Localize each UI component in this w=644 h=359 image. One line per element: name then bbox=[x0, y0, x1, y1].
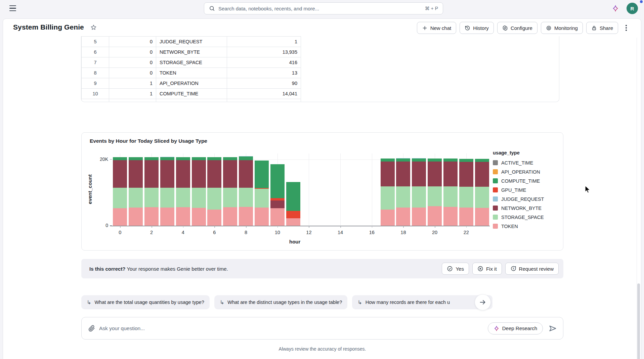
gridline-vertical bbox=[340, 153, 341, 226]
suggestion-chip[interactable]: ↳What are the distinct usage types in th… bbox=[214, 295, 347, 309]
bar-segment bbox=[239, 188, 253, 207]
question-input[interactable] bbox=[99, 325, 484, 331]
legend-label: API_OPERATION bbox=[501, 169, 540, 175]
x-tick-label: 18 bbox=[400, 230, 406, 235]
table-row[interactable]: 101COMPUTE_TIME14,041 bbox=[82, 89, 301, 99]
gear-icon bbox=[502, 25, 508, 31]
legend-items: ACTIVE_TIMEAPI_OPERATIONCOMPUTE_TIMEGPU_… bbox=[493, 158, 544, 231]
bar-segment bbox=[396, 208, 410, 226]
bar-segment bbox=[412, 186, 426, 208]
more-options-kebab-icon[interactable] bbox=[621, 22, 631, 34]
x-tick-mark bbox=[152, 226, 152, 228]
bar-segment bbox=[396, 158, 410, 159]
legend-item[interactable]: NETWORK_BYTE bbox=[493, 204, 544, 213]
bar-segment bbox=[144, 207, 159, 226]
table-cell: 1 bbox=[227, 37, 301, 47]
table-cell: 0 bbox=[109, 68, 156, 78]
chart-legend: usage_type ACTIVE_TIMEAPI_OPERATIONCOMPU… bbox=[493, 150, 544, 231]
hamburger-menu-icon[interactable] bbox=[9, 5, 16, 11]
bar-segment bbox=[160, 157, 174, 160]
configure-button[interactable]: Configure bbox=[497, 22, 538, 34]
bar-segment bbox=[459, 162, 473, 187]
legend-item[interactable]: TOKEN bbox=[493, 222, 544, 231]
page-title: System Billing Genie bbox=[13, 23, 84, 31]
share-button[interactable]: Share bbox=[586, 22, 618, 34]
x-tick-label: 16 bbox=[369, 230, 375, 235]
legend-item[interactable]: API_OPERATION bbox=[493, 167, 544, 176]
legend-item[interactable]: JUDGE_REQUEST bbox=[493, 194, 544, 204]
space-header: System Billing Genie New chat History Co… bbox=[3, 19, 641, 36]
send-button[interactable] bbox=[547, 323, 558, 334]
send-icon bbox=[548, 324, 557, 333]
x-tick-mark bbox=[435, 226, 435, 228]
table-row[interactable]: 111GPU_TIME24 bbox=[82, 99, 301, 102]
table-row[interactable]: 91API_OPERATION90 bbox=[82, 78, 301, 89]
bar-segment bbox=[286, 182, 300, 211]
x-tick-mark bbox=[372, 226, 373, 228]
bar-segment bbox=[270, 198, 285, 200]
bar-segment bbox=[113, 157, 127, 160]
bar-segment bbox=[428, 186, 442, 206]
bar-segment bbox=[459, 159, 473, 162]
query-result-card: 50JUDGE_REQUEST160NETWORK_BYTE13,93570ST… bbox=[81, 36, 559, 102]
suggestion-chip[interactable]: ↳How many records are there for each u bbox=[352, 295, 492, 309]
legend-swatch bbox=[493, 215, 498, 220]
avatar[interactable]: R bbox=[627, 3, 638, 14]
legend-item[interactable]: GPU_TIME bbox=[493, 185, 544, 194]
search-input[interactable] bbox=[218, 6, 422, 11]
next-suggestions-button[interactable] bbox=[475, 294, 491, 310]
table-cell: NETWORK_BYTE bbox=[156, 47, 227, 57]
question-composer: Deep Research bbox=[81, 317, 563, 340]
bar-segment bbox=[160, 160, 174, 188]
table-cell: 8 bbox=[82, 68, 109, 78]
legend-item[interactable]: COMPUTE_TIME bbox=[493, 176, 544, 185]
monitoring-button[interactable]: Monitoring bbox=[541, 22, 583, 34]
new-chat-button[interactable]: New chat bbox=[417, 22, 457, 34]
bar-segment bbox=[443, 207, 458, 226]
table-row[interactable]: 50JUDGE_REQUEST1 bbox=[82, 37, 301, 47]
history-button[interactable]: History bbox=[460, 22, 494, 34]
bar-segment bbox=[412, 158, 426, 159]
bar-segment bbox=[129, 160, 143, 188]
legend-swatch bbox=[493, 178, 498, 183]
legend-label: JUDGE_REQUEST bbox=[501, 196, 544, 202]
table-row[interactable]: 60NETWORK_BYTE13,935 bbox=[82, 47, 301, 57]
bar-segment bbox=[286, 218, 300, 226]
deep-research-button[interactable]: Deep Research bbox=[488, 322, 543, 334]
suggestion-chip[interactable]: ↳What are the total usage quantities by … bbox=[81, 295, 210, 309]
feedback-actions: Yes Fix it ? Request review bbox=[442, 263, 559, 275]
table-cell: 416 bbox=[227, 57, 301, 68]
table-cell: 1 bbox=[109, 89, 156, 99]
assistant-sparkle-icon[interactable] bbox=[612, 5, 619, 12]
suggestion-chip-label: What are the total usage quantities by u… bbox=[94, 300, 204, 305]
favorite-star-icon[interactable] bbox=[90, 24, 97, 32]
scrollbar-thumb[interactable] bbox=[637, 283, 640, 359]
reply-arrow-icon: ↳ bbox=[357, 299, 362, 306]
table-cell: JUDGE_REQUEST bbox=[156, 37, 227, 47]
x-tick-label: 12 bbox=[306, 230, 311, 235]
table-cell: API_OPERATION bbox=[156, 78, 227, 89]
request-review-button[interactable]: ? Request review bbox=[505, 263, 559, 275]
table-cell: 1 bbox=[109, 78, 156, 89]
table-row[interactable]: 70STORAGE_SPACE416 bbox=[82, 57, 301, 68]
legend-item[interactable]: STORAGE_SPACE bbox=[493, 213, 544, 222]
chart-plot: 0246810121416182022020K bbox=[112, 153, 490, 226]
table-cell: 24 bbox=[227, 99, 301, 102]
table-row[interactable]: 80TOKEN13 bbox=[82, 68, 301, 78]
x-axis-line bbox=[110, 226, 490, 226]
x-tick-label: 14 bbox=[338, 230, 343, 235]
legend-item[interactable]: ACTIVE_TIME bbox=[493, 158, 544, 167]
bar-segment bbox=[144, 188, 159, 207]
fix-it-button[interactable]: Fix it bbox=[472, 263, 502, 275]
reply-arrow-icon: ↳ bbox=[87, 299, 91, 306]
table-cell: 11 bbox=[82, 99, 109, 102]
global-search[interactable]: ⌘ + P bbox=[204, 2, 443, 14]
check-circle-icon bbox=[447, 266, 453, 272]
feedback-bar: Is this correct? Your response makes Gen… bbox=[81, 259, 563, 278]
bar-segment bbox=[475, 159, 489, 162]
yes-button[interactable]: Yes bbox=[442, 263, 469, 275]
bar-segment bbox=[192, 157, 206, 160]
bar-segment bbox=[207, 157, 221, 160]
chart-card: Events by Hour for Today Sliced by Usage… bbox=[81, 132, 563, 251]
paperclip-icon[interactable] bbox=[88, 325, 95, 332]
